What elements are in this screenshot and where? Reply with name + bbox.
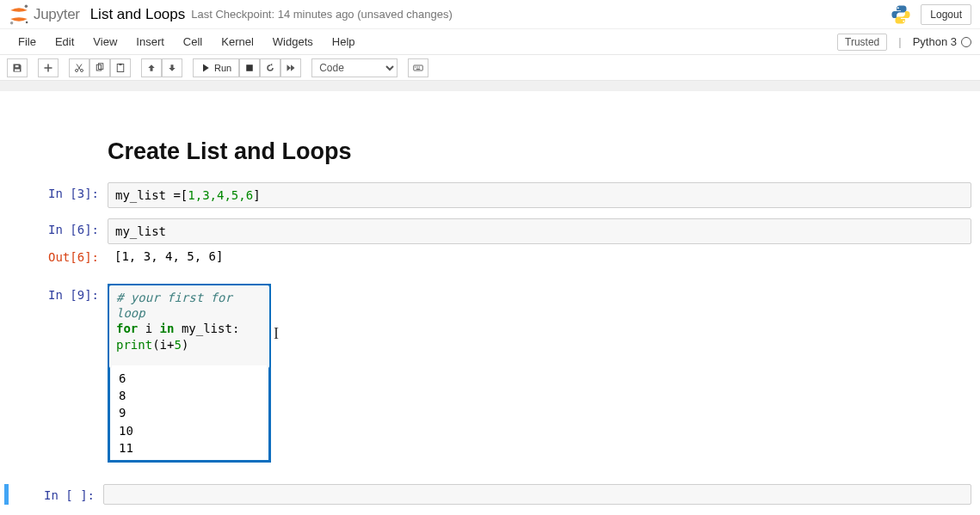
code-cell-selected[interactable]: In [ ]: — [4, 484, 971, 505]
checkpoint-status: Last Checkpoint: 14 minutes ago (unsaved… — [191, 8, 453, 21]
arrow-up-icon — [146, 63, 157, 73]
separator-strip — [0, 81, 980, 91]
menu-view[interactable]: View — [83, 29, 126, 55]
svg-rect-13 — [419, 66, 420, 67]
save-icon — [12, 63, 22, 73]
trusted-badge[interactable]: Trusted — [837, 34, 887, 51]
jupyter-logo[interactable]: Jupyter — [7, 3, 80, 27]
menu-cell[interactable]: Cell — [174, 29, 212, 55]
menu-widgets[interactable]: Widgets — [263, 29, 323, 55]
keyboard-icon — [413, 63, 423, 73]
output-row: Out[6]: [1, 3, 4, 5, 6] — [9, 246, 971, 268]
paste-button[interactable] — [110, 58, 131, 77]
input-prompt: In [9]: — [9, 284, 108, 463]
separator: | — [898, 35, 901, 48]
cut-button[interactable] — [69, 58, 89, 77]
input-prompt: In [6]: — [9, 218, 108, 244]
arrow-down-icon — [167, 63, 177, 73]
svg-point-3 — [897, 7, 899, 9]
code-input[interactable] — [103, 484, 971, 505]
notebook-container: Create List and Loops In [3]: my_list =[… — [0, 91, 980, 515]
logout-button[interactable]: Logout — [921, 4, 971, 25]
menu-help[interactable]: Help — [323, 29, 365, 55]
svg-rect-12 — [417, 66, 418, 67]
fast-forward-icon — [286, 63, 296, 73]
svg-rect-11 — [415, 66, 416, 67]
kernel-idle-icon — [961, 37, 971, 47]
copy-button[interactable] — [89, 58, 110, 77]
run-label: Run — [214, 63, 231, 73]
svg-rect-8 — [120, 63, 122, 64]
stop-icon — [244, 63, 255, 73]
cut-icon — [74, 63, 84, 73]
code-input[interactable]: my_list =[1,3,4,5,6] — [108, 182, 971, 208]
plus-icon — [43, 63, 53, 73]
cell-output: 6 8 9 10 11 — [112, 365, 267, 458]
svg-point-4 — [903, 20, 905, 21]
svg-rect-10 — [414, 65, 423, 71]
jupyter-icon — [7, 3, 31, 27]
menu-file[interactable]: File — [9, 29, 46, 55]
save-button[interactable] — [7, 58, 28, 77]
markdown-cell[interactable]: Create List and Loops — [108, 138, 971, 165]
copy-icon — [95, 63, 105, 73]
interrupt-button[interactable] — [239, 58, 260, 77]
jupyter-text: Jupyter — [34, 6, 80, 23]
input-prompt: In [3]: — [9, 182, 108, 208]
text-cursor-icon: I — [274, 325, 279, 343]
cell-output: [1, 3, 4, 5, 6] — [108, 246, 971, 268]
svg-point-2 — [26, 21, 28, 23]
restart-run-button[interactable] — [280, 58, 301, 77]
play-icon — [200, 63, 211, 73]
kernel-indicator[interactable]: Python 3 — [913, 35, 971, 48]
notebook-header: Jupyter List and Loops Last Checkpoint: … — [0, 0, 980, 29]
menu-kernel[interactable]: Kernel — [212, 29, 263, 55]
notebook-name[interactable]: List and Loops — [90, 6, 186, 23]
code-cell[interactable]: In [9]: # your first for loopfor i in my… — [9, 284, 971, 463]
code-input[interactable]: # your first for loopfor i in my_list: p… — [109, 285, 269, 368]
restart-button[interactable] — [260, 58, 280, 77]
svg-rect-9 — [246, 64, 253, 71]
code-cell[interactable]: In [6]: my_list — [9, 218, 971, 244]
kernel-name-label: Python 3 — [913, 35, 957, 48]
code-cell[interactable]: In [3]: my_list =[1,3,4,5,6] — [9, 182, 971, 208]
code-input[interactable]: my_list — [108, 218, 971, 244]
output-prompt: Out[6]: — [9, 246, 108, 268]
toolbar: Run Code — [0, 55, 980, 81]
restart-icon — [265, 63, 275, 73]
page-title: Create List and Loops — [108, 138, 971, 165]
move-up-button[interactable] — [141, 58, 162, 77]
menu-insert[interactable]: Insert — [126, 29, 174, 55]
python-icon — [890, 3, 912, 26]
highlighted-region: # your first for loopfor i in my_list: p… — [108, 284, 271, 463]
command-palette-button[interactable] — [408, 58, 428, 77]
svg-point-0 — [25, 4, 28, 8]
menubar: File Edit View Insert Cell Kernel Widget… — [0, 29, 980, 55]
svg-rect-14 — [416, 68, 421, 69]
move-down-button[interactable] — [162, 58, 182, 77]
run-button[interactable]: Run — [193, 58, 239, 77]
add-cell-button[interactable] — [38, 58, 59, 77]
menu-edit[interactable]: Edit — [46, 29, 83, 55]
paste-icon — [115, 63, 126, 73]
input-prompt: In [ ]: — [9, 484, 103, 505]
svg-point-1 — [10, 21, 14, 25]
cell-type-select[interactable]: Code — [311, 58, 398, 77]
